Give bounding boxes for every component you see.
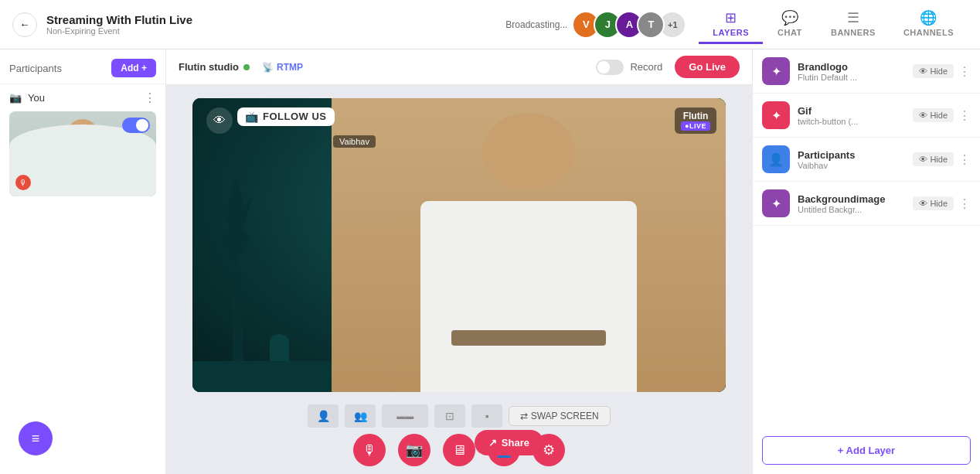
layer-info-participants: Participants Vaibhav [798, 149, 905, 170]
layer-info-brandlogo: Brandlogo Flutin Default ... [798, 61, 905, 82]
layer-more-gif[interactable]: ⋮ [958, 108, 971, 123]
camera-button[interactable]: 📷 [398, 434, 430, 466]
banners-tab-label: BANNERS [831, 28, 876, 37]
tab-layers[interactable]: ⊞ LAYERS [699, 5, 763, 44]
tab-channels[interactable]: 🌐 CHANNELS [890, 5, 968, 44]
backgroundimage-icon: ✦ [762, 189, 790, 217]
record-toggle-knob [597, 61, 610, 73]
chat-tab-label: CHAT [778, 28, 802, 37]
tab-banners[interactable]: ☰ BANNERS [817, 5, 890, 44]
broadcast-label: Broadcasting... [505, 19, 567, 30]
studio-area: Flutin studio 📡 RTMP Record Go Live [166, 49, 752, 474]
studio-label: Flutin studio [179, 61, 250, 73]
screen-share-button[interactable]: 🖥 [443, 434, 475, 466]
layers-tab-label: LAYERS [713, 28, 749, 37]
tab-chat[interactable]: 💬 CHAT [763, 5, 817, 44]
layer-actions-backgroundimage: 👁 Hide ⋮ [913, 196, 971, 211]
bottom-controls: 🎙 📷 🖥 👤 ⚙ ↗ Share [182, 434, 737, 466]
add-layer-button[interactable]: + Add Layer [762, 436, 971, 465]
participant-name: You [28, 92, 45, 104]
flutin-live-tag: ●LIVE [681, 121, 710, 131]
right-panel: ✦ Brandlogo Flutin Default ... 👁 Hide ⋮ … [752, 49, 980, 474]
layer-more-brandlogo[interactable]: ⋮ [958, 64, 971, 79]
share-icon: ↗ [488, 437, 497, 448]
participants-header: Participants Add + [0, 49, 165, 84]
live-dot [243, 64, 250, 70]
studio-toolbar: Flutin studio 📡 RTMP Record Go Live [166, 49, 752, 85]
eye-hide-icon: 👁 [919, 66, 927, 76]
hide-backgroundimage-button[interactable]: 👁 Hide [913, 196, 954, 210]
avatar-stack: V J A T +1 [572, 11, 686, 39]
chat-icon: 💬 [781, 9, 798, 26]
layer-name-backgroundimage: Backgroundimage [798, 193, 905, 205]
main-content: Participants Add + 📷 You ⋮ 🎙 ≡ [0, 49, 980, 474]
vaibhav-tag: Vaibhav [333, 135, 376, 148]
layer-sub-brandlogo: Flutin Default ... [798, 73, 905, 82]
eye-icon-overlay[interactable]: 👁 [206, 107, 233, 134]
hide-brandlogo-button[interactable]: 👁 Hide [913, 64, 954, 78]
chat-bubble-button[interactable]: ≡ [19, 421, 53, 455]
gif-icon: ✦ [762, 101, 790, 129]
layer-item-gif: ✦ Gif twitch-button (... 👁 Hide ⋮ [753, 94, 980, 138]
video-toggle[interactable] [122, 118, 150, 133]
twitch-icon: 📺 [245, 111, 258, 123]
mic-button[interactable]: 🎙 [353, 434, 386, 466]
settings-icon: ⚙ [543, 442, 555, 459]
scene-btn-3[interactable]: ▬▬ [382, 404, 428, 428]
person-video [332, 98, 726, 392]
hide-gif-button[interactable]: 👁 Hide [913, 108, 954, 122]
layer-more-backgroundimage[interactable]: ⋮ [958, 196, 971, 211]
scene-btn-5[interactable]: ▪ [471, 404, 502, 428]
avatar-4: T [637, 11, 665, 39]
scene-btn-4[interactable]: ⊡ [434, 404, 465, 428]
flutin-badge-text: Flutin [683, 111, 709, 121]
header: ← Streaming With Flutin Live Non-Expirin… [0, 0, 980, 49]
studio-name: Flutin studio [179, 61, 239, 73]
banners-icon: ☰ [847, 9, 859, 26]
layer-more-participants[interactable]: ⋮ [958, 152, 971, 167]
person-figure [332, 98, 726, 392]
layer-name-participants: Participants [798, 149, 905, 161]
back-button[interactable]: ← [12, 12, 37, 37]
participants-layer-icon: 👤 [762, 145, 790, 173]
share-button[interactable]: ↗ Share [475, 430, 543, 455]
layer-name-brandlogo: Brandlogo [798, 61, 905, 73]
scene-controls: 👤 👥 ▬▬ ⊡ ▪ ⇄ SWAP SCREEN [182, 404, 737, 428]
more-options-icon[interactable]: ⋮ [144, 90, 156, 105]
layer-info-backgroundimage: Backgroundimage Untitled Backgr... [798, 193, 905, 214]
video-canvas: 🦇 🦇 [192, 98, 726, 392]
channels-tab-label: CHANNELS [903, 28, 954, 37]
video-preview: 🦇 🦇 [166, 85, 752, 397]
doctor-figure [9, 124, 156, 197]
eye-hide-icon-3: 👁 [919, 155, 927, 164]
screen-icon: 🖥 [452, 442, 466, 459]
left-sidebar: Participants Add + 📷 You ⋮ 🎙 ≡ [0, 49, 166, 474]
rtmp-label: 📡 RTMP [262, 62, 303, 73]
record-toggle[interactable] [596, 60, 624, 75]
participant-item: 📷 You ⋮ [0, 84, 165, 111]
layer-info-gif: Gif twitch-button (... [798, 105, 905, 126]
stream-subtitle: Non-Expiring Event [46, 26, 505, 36]
nav-tabs: ⊞ LAYERS 💬 CHAT ☰ BANNERS 🌐 CHANNELS [699, 5, 968, 44]
layers-icon: ⊞ [725, 9, 737, 26]
go-live-button[interactable]: Go Live [675, 56, 740, 78]
hide-participants-button[interactable]: 👁 Hide [913, 152, 954, 166]
layer-name-gif: Gif [798, 105, 905, 117]
participant-thumbnail: 🎙 [9, 111, 156, 196]
broadcasting-area: Broadcasting... V J A T +1 [505, 11, 686, 39]
layer-item-backgroundimage: ✦ Backgroundimage Untitled Backgr... 👁 H… [753, 182, 980, 226]
swap-screen-button[interactable]: ⇄ SWAP SCREEN [509, 406, 610, 426]
record-area: Record [596, 60, 662, 75]
share-label: Share [502, 437, 529, 448]
participants-label: Participants [9, 63, 62, 74]
flutin-badge: Flutin ●LIVE [675, 107, 716, 134]
add-participant-button[interactable]: Add + [111, 59, 156, 77]
scene-btn-1[interactable]: 👤 [308, 404, 339, 428]
layer-item-participants: 👤 Participants Vaibhav 👁 Hide ⋮ [753, 138, 980, 182]
layer-sub-participants: Vaibhav [798, 161, 905, 170]
layer-item-brandlogo: ✦ Brandlogo Flutin Default ... 👁 Hide ⋮ [753, 49, 980, 94]
scene-btn-2[interactable]: 👥 [345, 404, 376, 428]
stream-title: Streaming With Flutin Live [46, 13, 505, 26]
layer-sub-gif: twitch-button (... [798, 117, 905, 126]
layer-actions-participants: 👁 Hide ⋮ [913, 152, 971, 167]
